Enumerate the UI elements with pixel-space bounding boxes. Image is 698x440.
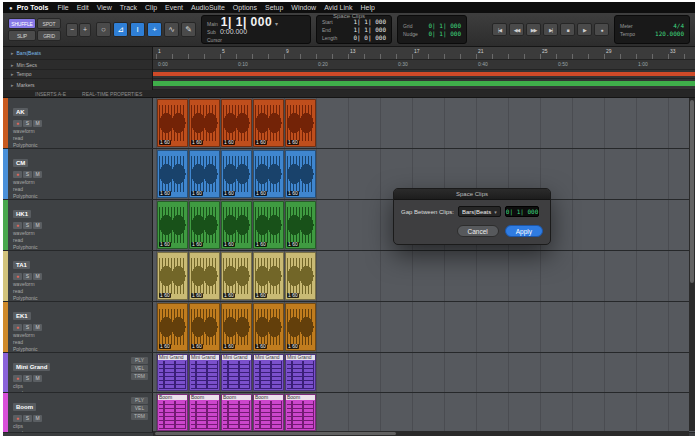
track-view-selector[interactable]: waveform: [13, 332, 152, 338]
track-elastic-selector[interactable]: Polyphonic: [13, 295, 152, 301]
trim-tool-button[interactable]: ⊿: [113, 22, 128, 37]
mode-shuffle-button[interactable]: SHUFFLE: [8, 18, 36, 29]
clip[interactable]: Mini Grand: [221, 354, 252, 391]
nudge-value[interactable]: 0| 1| 000: [428, 30, 461, 38]
track-automation-selector[interactable]: read: [13, 186, 152, 192]
clip[interactable]: Mini Grand: [189, 354, 220, 391]
track-view-selector[interactable]: waveform: [13, 128, 152, 134]
selector-tool-button[interactable]: I: [130, 22, 145, 37]
record-enable-button[interactable]: ●: [13, 222, 22, 229]
grid-value[interactable]: 0| 1| 000: [428, 22, 461, 30]
cancel-button[interactable]: Cancel: [457, 225, 499, 237]
record-enable-button[interactable]: ●: [13, 120, 22, 127]
clip[interactable]: 1 60: [189, 99, 220, 147]
solo-button[interactable]: S: [23, 120, 32, 127]
play-button[interactable]: ▶: [577, 23, 592, 36]
clip[interactable]: Mini Grand: [253, 354, 284, 391]
edit-lane[interactable]: 1 601 601 601 601 60: [153, 251, 695, 301]
menu-item-file[interactable]: File: [53, 4, 72, 11]
record-enable-button[interactable]: ●: [13, 375, 22, 382]
tempo-ruler-lane[interactable]: [153, 70, 695, 79]
zoomer-tool-button[interactable]: ○: [96, 22, 111, 37]
clip[interactable]: Mini Grand: [285, 354, 316, 391]
mode-spot-button[interactable]: SPOT: [37, 18, 61, 29]
track-name-button[interactable]: AK: [13, 108, 28, 116]
track-automation-selector[interactable]: read: [13, 237, 152, 243]
edit-lane[interactable]: Mini GrandMini GrandMini GrandMini Grand…: [153, 353, 695, 392]
track-elastic-selector[interactable]: Polyphonic: [13, 346, 152, 352]
record-enable-button[interactable]: ●: [13, 324, 22, 331]
apply-button[interactable]: Apply: [505, 225, 543, 237]
clip[interactable]: 1 60: [221, 252, 252, 300]
clip[interactable]: Mini Grand: [157, 354, 188, 391]
clip[interactable]: Boom: [253, 394, 284, 431]
gap-units-dropdown[interactable]: Bars|Beats ▾: [458, 206, 501, 217]
disclosure-arrow-icon[interactable]: ▸: [11, 82, 14, 88]
ruler-name-minsecs[interactable]: ▸ Min:Secs: [3, 60, 152, 70]
bars-ruler-lane[interactable]: 1591317212529333741: [153, 47, 695, 60]
track-automation-selector[interactable]: read: [13, 135, 152, 141]
track-automation-selector[interactable]: read: [13, 430, 152, 432]
scrubber-tool-button[interactable]: ∿: [164, 22, 179, 37]
track-name-button[interactable]: EK1: [13, 312, 31, 320]
track-name-button[interactable]: HK1: [13, 210, 31, 218]
horizontal-scrollbar[interactable]: [153, 431, 689, 436]
selection-length-value[interactable]: 0| 0| 000: [353, 34, 386, 42]
pencil-tool-button[interactable]: ✎: [181, 22, 196, 37]
mute-button[interactable]: M: [33, 324, 42, 331]
mute-button[interactable]: M: [33, 120, 42, 127]
solo-button[interactable]: S: [23, 273, 32, 280]
menu-item-setup[interactable]: Setup: [261, 4, 287, 11]
return-to-zero-button[interactable]: |◀: [492, 23, 507, 36]
clip[interactable]: 1 60: [221, 201, 252, 249]
clip[interactable]: Boom: [285, 394, 316, 431]
track-automation-selector[interactable]: read: [13, 390, 152, 392]
mute-button[interactable]: M: [33, 415, 42, 422]
ruler-name-bars[interactable]: ▸ Bars|Beats: [3, 47, 152, 60]
ruler-name-markers[interactable]: ▸ Markers: [3, 79, 152, 90]
vertical-scrollbar-thumb[interactable]: [690, 100, 694, 283]
clip[interactable]: 1 60: [189, 201, 220, 249]
clip[interactable]: 1 60: [253, 252, 284, 300]
main-counter-value[interactable]: 1| 1| 000: [221, 16, 272, 28]
menu-item-clip[interactable]: Clip: [141, 4, 161, 11]
clip[interactable]: 1 60: [253, 150, 284, 198]
chevron-down-icon[interactable]: ▾: [275, 20, 278, 27]
menu-item-window[interactable]: Window: [287, 4, 320, 11]
mute-button[interactable]: M: [33, 171, 42, 178]
markers-ruler-lane[interactable]: [153, 79, 695, 90]
clip[interactable]: 1 60: [221, 150, 252, 198]
tempo-value[interactable]: 120.0000: [655, 30, 684, 38]
solo-button[interactable]: S: [23, 171, 32, 178]
track-name-button[interactable]: TA1: [13, 261, 30, 269]
menu-item-view[interactable]: View: [93, 4, 116, 11]
clip[interactable]: 1 60: [253, 99, 284, 147]
clip[interactable]: 1 60: [285, 252, 316, 300]
track-elastic-selector[interactable]: Polyphonic: [13, 142, 152, 148]
track-view-selector[interactable]: clips: [13, 383, 152, 389]
menu-item-help[interactable]: Help: [356, 4, 378, 11]
clip[interactable]: 1 60: [253, 303, 284, 351]
clip[interactable]: 1 60: [189, 252, 220, 300]
vertical-scrollbar[interactable]: [689, 98, 695, 431]
app-menu[interactable]: Pro Tools: [17, 4, 49, 11]
clip[interactable]: 1 60: [285, 99, 316, 147]
menu-item-avid-link[interactable]: Avid Link: [320, 4, 356, 11]
lane-button-vel[interactable]: VEL: [131, 365, 148, 372]
clip[interactable]: 1 60: [253, 201, 284, 249]
edit-lane[interactable]: BoomBoomBoomBoomBoom: [153, 393, 695, 432]
clip[interactable]: 1 60: [285, 150, 316, 198]
mute-button[interactable]: M: [33, 375, 42, 382]
selection-end-value[interactable]: 1| 1| 000: [353, 26, 386, 34]
lane-button-vel[interactable]: VEL: [131, 405, 148, 412]
sub-counter-value[interactable]: 0:00.000: [220, 28, 247, 36]
clip[interactable]: 1 60: [157, 303, 188, 351]
track-view-selector[interactable]: waveform: [13, 281, 152, 287]
gap-value-field[interactable]: 0| 1| 000: [505, 206, 540, 217]
solo-button[interactable]: S: [23, 222, 32, 229]
disclosure-arrow-icon[interactable]: ▸: [11, 71, 14, 77]
disclosure-arrow-icon[interactable]: ▸: [11, 62, 14, 68]
record-enable-button[interactable]: ●: [13, 273, 22, 280]
zoom-in-button[interactable]: +: [79, 23, 91, 37]
meter-value[interactable]: 4/4: [673, 22, 684, 30]
